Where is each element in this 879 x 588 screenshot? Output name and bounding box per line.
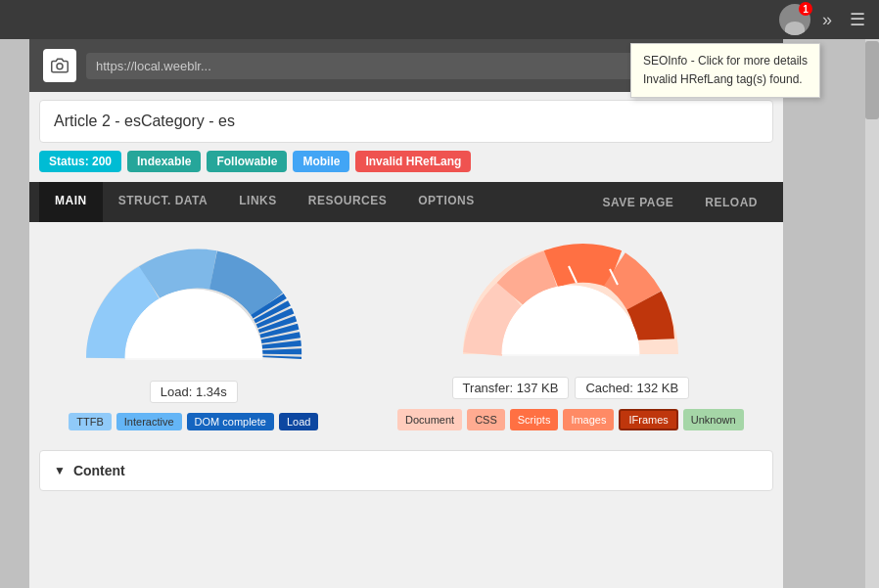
badge-status[interactable]: Status: 200 [39, 151, 121, 172]
legend-css: CSS [467, 409, 505, 430]
main-panel: Article 2 - esCategory - es Status: 200 … [29, 39, 783, 588]
chevron-down-icon: ▼ [54, 464, 66, 477]
transfer-gauge-svg [463, 242, 678, 369]
tab-links[interactable]: LINKS [223, 182, 293, 222]
legend-iframes: IFrames [619, 409, 677, 430]
tab-nav: MAIN STRUCT. DATA LINKS RESOURCES OPTION… [29, 182, 783, 222]
badge-followable[interactable]: Followable [207, 151, 287, 172]
legend-ttfb: TTFB [69, 413, 112, 430]
camera-button[interactable] [43, 49, 76, 82]
legend-dom: DOM complete [187, 413, 274, 430]
scrollbar-track [865, 39, 879, 588]
svg-point-0 [57, 64, 63, 69]
tab-resources[interactable]: RESOURCES [293, 182, 403, 222]
page-title: Article 2 - esCategory - es [39, 100, 773, 143]
load-gauge-svg [86, 246, 301, 373]
legend-unknown: Unknown [683, 409, 744, 430]
transfer-legend: Document CSS Scripts Images IFrames Unkn… [397, 409, 744, 430]
cached-chart-label: Cached: 132 KB [575, 377, 689, 399]
user-avatar-wrapper: 1 [779, 4, 810, 35]
load-chart-label: Load: 1.34s [150, 381, 238, 403]
tab-options[interactable]: OPTIONS [402, 182, 490, 222]
reload-button[interactable]: RELOAD [689, 184, 773, 221]
badges-bar: Status: 200 Indexable Followable Mobile … [29, 151, 783, 182]
legend-document: Document [397, 409, 462, 430]
legend-load: Load [279, 413, 318, 430]
scrollbar-thumb[interactable] [865, 41, 879, 119]
legend-images: Images [563, 409, 614, 430]
badge-hreflang[interactable]: Invalid HRefLang [355, 151, 471, 172]
transfer-chart-label: Transfer: 137 KB [452, 377, 570, 399]
transfer-label-group: Transfer: 137 KB Cached: 132 KB [452, 377, 689, 399]
tab-main[interactable]: MAIN [39, 182, 103, 222]
badge-mobile[interactable]: Mobile [293, 151, 349, 172]
charts-area: Load: 1.34s TTFB Interactive DOM complet… [29, 222, 783, 440]
legend-scripts: Scripts [510, 409, 559, 430]
browser-toolbar: 1 » ☰ [0, 0, 879, 39]
load-chart-container: Load: 1.34s TTFB Interactive DOM complet… [69, 246, 318, 430]
notification-badge: 1 [799, 2, 812, 16]
legend-interactive: Interactive [116, 413, 182, 430]
load-legend: TTFB Interactive DOM complete Load [69, 413, 318, 430]
url-bar-area [29, 39, 783, 92]
badge-indexable[interactable]: Indexable [127, 151, 201, 172]
extend-button[interactable]: » [816, 6, 838, 34]
url-input[interactable] [86, 53, 769, 79]
tab-struct-data[interactable]: STRUCT. DATA [103, 182, 224, 222]
save-page-button[interactable]: SAVE PAGE [587, 184, 690, 221]
content-section-header[interactable]: ▼ Content [40, 451, 772, 490]
content-section-label: Content [73, 463, 125, 478]
menu-button[interactable]: ☰ [844, 5, 871, 34]
content-section: ▼ Content [39, 450, 773, 491]
transfer-chart-container: Transfer: 137 KB Cached: 132 KB Document… [397, 242, 744, 430]
